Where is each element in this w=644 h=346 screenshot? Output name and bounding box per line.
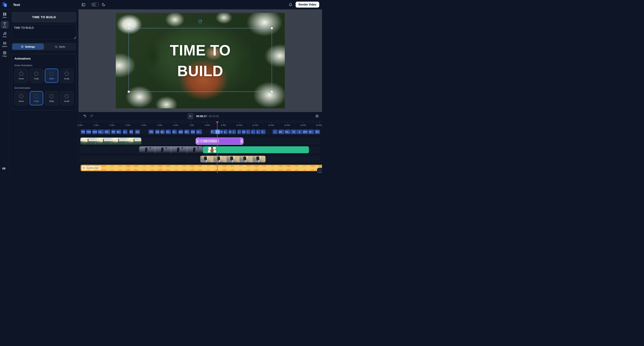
timeline-settings-gear-icon[interactable]: [315, 114, 319, 118]
sidebar-item-video[interactable]: Video: [1, 11, 9, 19]
caption-word[interactable]: sur...: [98, 129, 104, 134]
caption-word[interactable]: n...: [251, 129, 256, 134]
ruler-minor-tick: [279, 121, 279, 122]
sidebar-item-caption[interactable]: Caption: [1, 40, 9, 48]
text-content-input[interactable]: [12, 24, 76, 39]
resize-handle-bottom-right[interactable]: [271, 91, 273, 93]
waveform-bar: [240, 166, 241, 170]
caption-word[interactable]: slam: [302, 129, 308, 134]
render-video-button[interactable]: Render Video: [296, 2, 319, 8]
tab-style[interactable]: Style: [44, 44, 76, 50]
caption-word[interactable]: sun: [135, 129, 140, 134]
video-clip-soccer[interactable]: [139, 146, 203, 153]
audio-clip[interactable]: Sound-1.Mp3: [80, 165, 322, 171]
text-style-preview[interactable]: TIME TO BUILD: [12, 12, 76, 23]
caption-word[interactable]: and: [191, 129, 195, 134]
waveform-bar: [266, 166, 266, 170]
caption-word[interactable]: def...: [184, 129, 190, 134]
caption-word[interactable]: ridi...: [104, 129, 110, 134]
timeline-ruler[interactable]: 0.00s1.00s2.00s3.00s4.00s5.00s6.00s7.00s…: [78, 121, 322, 127]
playhead-line[interactable]: [217, 121, 218, 173]
caption-word[interactable]: for: [291, 129, 296, 134]
undo-icon[interactable]: [83, 114, 86, 118]
waveform-bar: [153, 166, 154, 170]
caption-word[interactable]: pla...: [160, 129, 165, 134]
clip-trim-handle-left[interactable]: [196, 138, 199, 144]
animation-option-slide[interactable]: Slide: [45, 69, 58, 83]
caption-word[interactable]: man: [86, 129, 91, 134]
waveform-bar: [308, 165, 309, 171]
play-button[interactable]: [188, 113, 194, 119]
resize-handle-bottom-left[interactable]: [128, 91, 130, 93]
rotate-handle-icon[interactable]: [198, 20, 202, 24]
caption-word[interactable]: a: [297, 129, 302, 134]
notifications-bell-icon[interactable]: [289, 3, 292, 7]
caption-word[interactable]: t...: [232, 129, 236, 134]
caption-word[interactable]: The: [81, 129, 85, 134]
ruler-major-tick: [287, 121, 287, 123]
animation-option-fade[interactable]: Fade: [30, 91, 43, 105]
caption-word[interactable]: went: [92, 129, 97, 134]
playhead-marker[interactable]: [216, 121, 219, 123]
theme-toggle[interactable]: [91, 3, 99, 7]
sidebar-item-text[interactable]: Text: [1, 21, 9, 29]
caption-word[interactable]: past: [178, 129, 183, 134]
caption-word[interactable]: un...: [123, 129, 128, 134]
ruler-label: 11.00s: [252, 124, 258, 126]
caption-word[interactable]: o...: [238, 129, 241, 134]
waveform-bar: [255, 167, 256, 169]
ruler-minor-tick: [249, 121, 249, 122]
caption-word[interactable]: the: [129, 129, 133, 134]
caption-word[interactable]: t...: [246, 129, 250, 134]
app-logo-icon[interactable]: [0, 2, 10, 7]
waveform-bar: [237, 165, 238, 171]
animation-option-slide[interactable]: Slide: [45, 91, 58, 105]
video-clip-cyclist[interactable]: [200, 156, 266, 162]
resize-handle-top-right[interactable]: [271, 27, 273, 29]
caption-word[interactable]: sc...: [196, 129, 202, 134]
animation-option-fade[interactable]: Fade: [30, 69, 43, 83]
caption-word[interactable]: on: [228, 129, 232, 134]
caption-word[interactable]: foo...: [166, 129, 171, 134]
tab-settings[interactable]: Settings: [12, 44, 44, 50]
animation-option-none[interactable]: None: [14, 91, 28, 105]
caption-word[interactable]: h...: [261, 129, 266, 134]
caption-word[interactable]: The: [148, 129, 154, 134]
caption-word[interactable]: boy: [155, 129, 160, 134]
caption-word[interactable]: pla...: [278, 129, 284, 134]
caption-word[interactable]: Pl...: [210, 129, 215, 134]
animation-option-scale[interactable]: Scale: [60, 91, 74, 105]
video-clip-surfer[interactable]: [80, 137, 141, 145]
resize-handle-top-left[interactable]: [128, 27, 130, 29]
animation-option-scale[interactable]: Scale: [60, 69, 74, 83]
clip-trim-handle-right[interactable]: [240, 138, 243, 144]
redo-icon[interactable]: [90, 114, 94, 118]
caption-word[interactable]: wa...: [116, 129, 121, 134]
ruler-minor-tick: [236, 121, 236, 122]
waveform-bar: [258, 166, 258, 169]
image-clip-green[interactable]: [203, 146, 309, 153]
waveform-bar: [306, 166, 306, 170]
caption-word[interactable]: to: [220, 129, 223, 134]
caption-word[interactable]: g...: [224, 129, 228, 134]
animation-option-label: Slide: [49, 100, 54, 102]
caption-word[interactable]: the: [315, 129, 320, 134]
moon-icon[interactable]: [102, 3, 106, 7]
text-clip[interactable]: T TIME TO BUILD: [196, 137, 244, 145]
exit-animation-label: Exit Animation: [14, 87, 74, 89]
caption-word[interactable]: dri...: [172, 129, 177, 134]
caption-word[interactable]: the: [111, 129, 116, 134]
animation-option-none[interactable]: None: [14, 69, 28, 83]
caption-word[interactable]: y...: [256, 129, 260, 134]
panel-toggle-icon[interactable]: [82, 3, 86, 7]
caption-word[interactable]: du...: [308, 129, 314, 134]
caption-word[interactable]: A: [272, 129, 278, 134]
waveform-bar: [263, 166, 264, 169]
caption-word[interactable]: lea...: [284, 129, 290, 134]
sidebar-item-audio[interactable]: Audio: [1, 30, 9, 38]
sidebar-item-image[interactable]: Image: [1, 50, 9, 58]
caption-word-active[interactable]: like: [215, 129, 220, 134]
text-selection-box[interactable]: [128, 28, 272, 92]
waveform-bar: [126, 166, 127, 169]
caption-word[interactable]: but: [242, 129, 246, 134]
